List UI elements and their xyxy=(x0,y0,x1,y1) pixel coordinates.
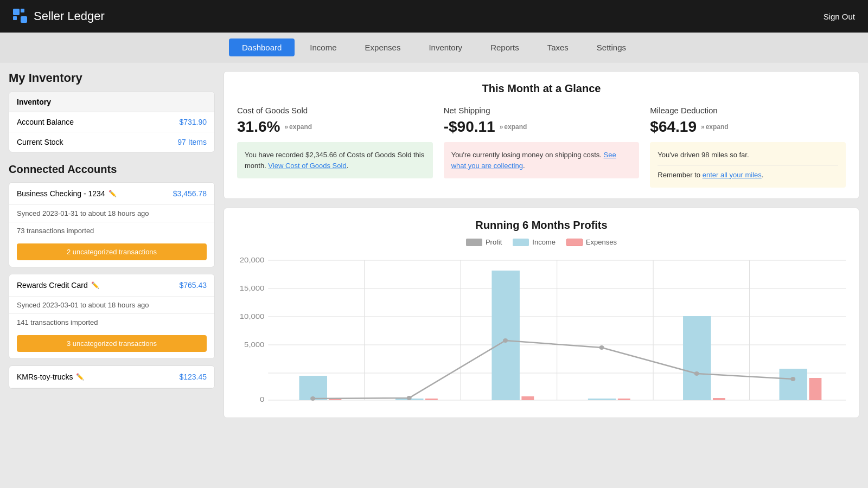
account-balance-3[interactable]: $123.45 xyxy=(179,373,207,381)
bar-expenses-6 xyxy=(809,378,821,400)
logo-text: Seller Ledger xyxy=(34,9,105,23)
svg-rect-0 xyxy=(13,9,20,15)
inventory-box-header: Inventory xyxy=(9,92,214,112)
account-name-3: KMRs-toy-trucks ✏️ xyxy=(17,373,84,381)
mileage-info-box: You've driven 98 miles so far. Remember … xyxy=(650,142,846,188)
nav-reports[interactable]: Reports xyxy=(477,38,532,56)
profit-point-4 xyxy=(599,345,604,350)
main-content: My Inventory Inventory Account Balance $… xyxy=(0,62,868,488)
glance-mileage: Mileage Deduction $64.19 expand You've d… xyxy=(650,106,846,188)
bar-income-3 xyxy=(492,271,520,400)
bar-income-6 xyxy=(779,369,807,400)
cogs-expand[interactable]: expand xyxy=(284,123,312,131)
signout-button[interactable]: Sign Out xyxy=(824,12,855,21)
cogs-link[interactable]: View Cost of Goods Sold xyxy=(268,162,346,170)
shipping-label: Net Shipping xyxy=(444,106,640,115)
account-balance-label: Account Balance xyxy=(17,118,74,126)
bar-expenses-5 xyxy=(713,398,725,400)
chart-legend: Profit Income Expenses xyxy=(237,238,846,246)
bar-income-4 xyxy=(588,399,616,400)
account-name-2: Rewards Credit Card ✏️ xyxy=(17,281,99,290)
account-card-business-checking: Business Checking - 1234 ✏️ $3,456.78 Sy… xyxy=(9,182,215,267)
shipping-info-box: You're currently losing money on shippin… xyxy=(444,142,640,178)
cogs-info-box: You have recorded $2,345.66 of Costs of … xyxy=(237,142,433,178)
connected-accounts-title: Connected Accounts xyxy=(9,163,215,176)
svg-text:10,000: 10,000 xyxy=(240,312,265,320)
logo-icon xyxy=(13,9,28,24)
expenses-swatch xyxy=(566,239,583,246)
nav-taxes[interactable]: Taxes xyxy=(534,38,582,56)
account-balance-2[interactable]: $765.43 xyxy=(179,281,207,290)
nav-settings[interactable]: Settings xyxy=(584,38,639,56)
inventory-box: Inventory Account Balance $731.90 Curren… xyxy=(9,92,215,152)
profit-label: Profit xyxy=(486,238,502,246)
svg-rect-2 xyxy=(13,16,17,20)
current-stock-value[interactable]: 97 Items xyxy=(177,138,207,146)
glance-grid: Cost of Goods Sold 31.6% expand You have… xyxy=(237,106,846,188)
account-card-kmrs: KMRs-toy-trucks ✏️ $123.45 xyxy=(9,365,215,389)
account-name-1: Business Checking - 1234 ✏️ xyxy=(17,189,117,198)
account-balance-value[interactable]: $731.90 xyxy=(179,118,207,126)
account-card-header-3: KMRs-toy-trucks ✏️ $123.45 xyxy=(9,366,214,388)
edit-icon-1[interactable]: ✏️ xyxy=(108,190,117,197)
sidebar: My Inventory Inventory Account Balance $… xyxy=(9,71,215,479)
account-balance-row: Account Balance $731.90 xyxy=(9,112,214,132)
edit-icon-2[interactable]: ✏️ xyxy=(91,281,99,289)
nav-income[interactable]: Income xyxy=(297,38,349,56)
profit-swatch xyxy=(466,239,482,246)
glance-card: This Month at a Glance Cost of Goods Sol… xyxy=(224,71,859,199)
nav-dashboard[interactable]: Dashboard xyxy=(229,38,295,56)
edit-icon-3[interactable]: ✏️ xyxy=(76,373,84,381)
nav-expenses[interactable]: Expenses xyxy=(352,38,414,56)
svg-text:0: 0 xyxy=(260,395,265,403)
bar-expenses-2 xyxy=(425,399,438,400)
uncategorized-btn-2[interactable]: 3 uncategorized transactions xyxy=(17,335,207,352)
svg-rect-3 xyxy=(21,16,27,23)
account-balance-1[interactable]: $3,456.78 xyxy=(173,189,207,198)
app-header: Seller Ledger Sign Out xyxy=(0,0,868,33)
profit-point-5 xyxy=(694,371,699,376)
glance-shipping: Net Shipping -$90.11 expand You're curre… xyxy=(444,106,640,188)
account-transactions-2: 141 transactions imported xyxy=(9,314,214,331)
mileage-link[interactable]: enter all your miles xyxy=(703,171,762,179)
bar-income-5 xyxy=(683,316,711,400)
mileage-label: Mileage Deduction xyxy=(650,106,846,115)
legend-income: Income xyxy=(513,238,556,246)
profit-point-2 xyxy=(407,396,412,400)
shipping-expand[interactable]: expand xyxy=(500,123,527,131)
right-content: This Month at a Glance Cost of Goods Sol… xyxy=(224,71,859,479)
chart-svg: 20,000 15,000 10,000 5,000 0 xyxy=(237,255,846,407)
bar-expenses-3 xyxy=(521,396,534,400)
account-card-rewards: Rewards Credit Card ✏️ $765.43 Synced 20… xyxy=(9,274,215,359)
chart-area: 20,000 15,000 10,000 5,000 0 xyxy=(237,255,846,407)
svg-text:20,000: 20,000 xyxy=(240,256,265,264)
logo: Seller Ledger xyxy=(13,9,105,24)
main-nav: Dashboard Income Expenses Inventory Repo… xyxy=(0,33,868,62)
account-card-header-2: Rewards Credit Card ✏️ $765.43 xyxy=(9,274,214,297)
my-inventory-title: My Inventory xyxy=(9,71,215,85)
profit-point-1 xyxy=(310,396,315,401)
account-transactions-1: 73 transactions imported xyxy=(9,222,214,239)
current-stock-label: Current Stock xyxy=(17,138,63,146)
shipping-value: -$90.11 expand xyxy=(444,118,640,136)
legend-expenses: Expenses xyxy=(566,238,617,246)
legend-profit: Profit xyxy=(466,238,502,246)
account-card-header-1: Business Checking - 1234 ✏️ $3,456.78 xyxy=(9,183,214,205)
bar-expenses-4 xyxy=(618,399,630,400)
mileage-value: $64.19 expand xyxy=(650,118,846,136)
mileage-expand[interactable]: expand xyxy=(701,123,729,131)
glance-title: This Month at a Glance xyxy=(237,82,846,95)
income-label: Income xyxy=(532,238,556,246)
svg-text:5,000: 5,000 xyxy=(244,341,264,349)
profit-line xyxy=(313,341,793,399)
cogs-label: Cost of Goods Sold xyxy=(237,106,433,115)
svg-text:15,000: 15,000 xyxy=(240,284,265,292)
uncategorized-btn-1[interactable]: 2 uncategorized transactions xyxy=(17,243,207,260)
account-sync-1: Synced 2023-01-31 to about 18 hours ago xyxy=(9,205,214,222)
chart-card: Running 6 Months Profits Profit Income E… xyxy=(224,208,859,418)
profit-point-3 xyxy=(503,338,508,343)
profit-point-6 xyxy=(790,377,795,381)
income-swatch xyxy=(513,239,529,246)
cogs-value: 31.6% expand xyxy=(237,118,433,136)
nav-inventory[interactable]: Inventory xyxy=(416,38,475,56)
